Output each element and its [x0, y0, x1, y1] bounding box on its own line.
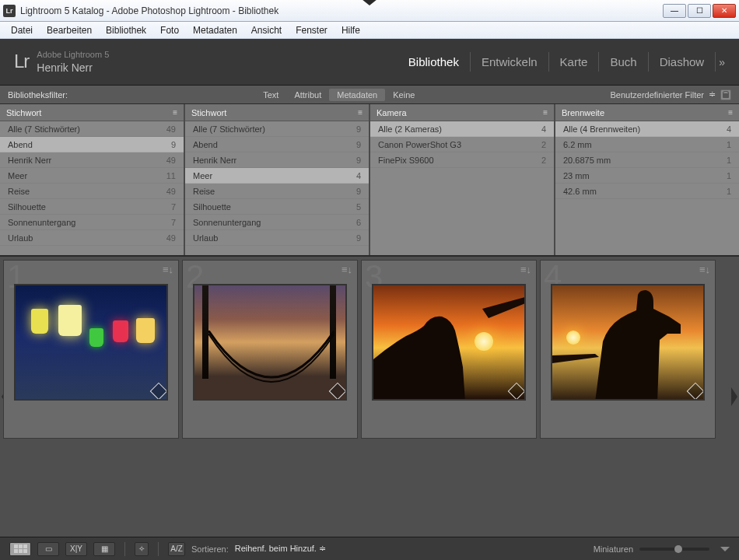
menu-edit[interactable]: Bearbeiten	[40, 23, 98, 37]
filter-row[interactable]: 20.6875 mm1	[555, 152, 739, 168]
menu-file[interactable]: Datei	[5, 23, 39, 37]
filter-row[interactable]: Alle (7 Stichwörter)49	[0, 121, 184, 137]
thumbnail[interactable]	[551, 284, 705, 401]
grid-view: 1 ≡↓ 2 ≡↓ 3 ≡↓	[0, 257, 739, 537]
menu-metadata[interactable]: Metadaten	[187, 23, 243, 37]
filter-row[interactable]: Urlaub9	[185, 230, 369, 246]
filter-row[interactable]: Meer11	[0, 168, 184, 184]
filter-row[interactable]: Urlaub49	[0, 230, 184, 246]
product-name: Adobe Lightroom 5	[37, 49, 109, 60]
filter-row[interactable]: FinePix S96002	[370, 152, 554, 168]
filter-row[interactable]: Reise9	[185, 184, 369, 199]
grid-cell[interactable]: 1 ≡↓	[3, 260, 179, 439]
loupe-view-button[interactable]: ▭	[37, 542, 59, 556]
filter-row[interactable]: 6.2 mm1	[555, 137, 739, 152]
sort-dropdown[interactable]: Reihenf. beim Hinzuf. ≑	[235, 544, 326, 554]
filter-column-header[interactable]: Stichwort≡	[0, 104, 184, 121]
filter-row[interactable]: Silhouette7	[0, 199, 184, 215]
filter-row-label: Urlaub	[8, 233, 33, 243]
filter-row[interactable]: Alle (7 Stichwörter)9	[185, 121, 369, 137]
filter-row[interactable]: Abend9	[0, 137, 184, 152]
column-menu-icon[interactable]: ≡	[358, 108, 362, 117]
module-library[interactable]: Bibliothek	[398, 52, 471, 72]
filter-column: Stichwort≡Alle (7 Stichwörter)9Abend9Hen…	[185, 104, 370, 255]
identity-plate[interactable]: Henrik Nerr	[37, 61, 109, 75]
filter-row-label: Henrik Nerr	[8, 156, 51, 165]
filter-row[interactable]: Sonnenuntergang6	[185, 215, 369, 230]
module-map[interactable]: Karte	[549, 52, 600, 72]
filter-row-count: 11	[166, 171, 176, 180]
menu-window[interactable]: Fenster	[289, 23, 334, 37]
filter-row[interactable]: Sonnenuntergang7	[0, 215, 184, 230]
thumbnail[interactable]	[372, 284, 526, 401]
filter-row[interactable]: Abend9	[185, 137, 369, 152]
menu-help[interactable]: Hilfe	[335, 23, 366, 37]
bottom-toolbar: ▭ X|Y ▦ ✧ A/Z Sortieren: Reihenf. beim H…	[0, 537, 739, 560]
filter-tab-none[interactable]: Keine	[385, 89, 422, 101]
filter-row[interactable]: Henrik Nerr9	[185, 152, 369, 168]
dropdown-arrows-icon: ≑	[709, 89, 716, 100]
filter-row[interactable]: Alle (4 Brennweiten)4	[555, 121, 739, 137]
filter-row-label: Alle (2 Kameras)	[378, 124, 442, 134]
column-menu-icon[interactable]: ≡	[173, 108, 177, 117]
painter-tool-button[interactable]: ✧	[135, 542, 149, 556]
filter-row-count: 7	[171, 202, 176, 212]
module-more-icon[interactable]: »	[716, 56, 725, 68]
filter-column-title: Stichwort	[6, 108, 41, 117]
thumbnail[interactable]	[193, 284, 347, 401]
grid-cell[interactable]: 2 ≡↓	[182, 260, 358, 439]
minimize-button[interactable]: —	[663, 4, 686, 18]
toolbar-menu-icon[interactable]	[720, 547, 730, 551]
filter-row-count: 1	[727, 187, 731, 196]
column-menu-icon[interactable]: ≡	[728, 108, 733, 117]
filter-row[interactable]: Meer4	[185, 168, 369, 184]
filter-row-count: 9	[356, 233, 361, 243]
cell-stack-icon[interactable]: ≡↓	[520, 264, 531, 275]
menu-photo[interactable]: Foto	[154, 23, 185, 37]
menu-library[interactable]: Bibliothek	[100, 23, 152, 37]
filter-lock-icon[interactable]	[720, 89, 731, 100]
filter-column-header[interactable]: Stichwort≡	[185, 104, 369, 121]
filter-row-label: 6.2 mm	[563, 140, 592, 149]
grid-view-button[interactable]	[9, 542, 31, 556]
filter-column-header[interactable]: Brennweite≡	[555, 104, 739, 121]
filter-tab-metadata[interactable]: Metadaten	[329, 89, 385, 101]
filter-row-label: Abend	[193, 140, 218, 149]
filter-row-count: 4	[541, 124, 546, 134]
filter-row-count: 4	[727, 124, 731, 134]
filter-row[interactable]: 23 mm1	[555, 168, 739, 184]
cell-stack-icon[interactable]: ≡↓	[699, 264, 710, 275]
thumbnail[interactable]	[14, 284, 168, 401]
maximize-button[interactable]: ☐	[688, 4, 711, 18]
filter-row-label: Sonnenuntergang	[8, 218, 75, 227]
panel-collapse-right-icon[interactable]	[731, 387, 737, 406]
filter-tab-text[interactable]: Text	[255, 89, 286, 101]
filter-preset-dropdown[interactable]: Benutzerdefinierter Filter	[611, 90, 704, 100]
module-develop[interactable]: Entwickeln	[471, 52, 549, 72]
cell-stack-icon[interactable]: ≡↓	[341, 264, 352, 275]
filter-row-count: 9	[171, 140, 176, 149]
filter-tab-attribute[interactable]: Attribut	[286, 89, 329, 101]
sort-direction-button[interactable]: A/Z	[168, 542, 185, 556]
menu-view[interactable]: Ansicht	[245, 23, 288, 37]
module-slideshow[interactable]: Diashow	[649, 52, 716, 72]
filter-row[interactable]: Henrik Nerr49	[0, 152, 184, 168]
filter-row-label: 42.6 mm	[563, 187, 597, 196]
module-book[interactable]: Buch	[599, 52, 648, 72]
grid-cell[interactable]: 3 ≡↓	[361, 260, 537, 439]
cell-stack-icon[interactable]: ≡↓	[163, 264, 173, 275]
compare-view-button[interactable]: X|Y	[65, 542, 87, 556]
filter-row[interactable]: Silhouette5	[185, 199, 369, 215]
column-menu-icon[interactable]: ≡	[543, 108, 548, 117]
filter-row[interactable]: 42.6 mm1	[555, 184, 739, 199]
close-button[interactable]: ✕	[713, 4, 736, 18]
filter-row[interactable]: Reise49	[0, 184, 184, 199]
filter-row[interactable]: Canon PowerShot G32	[370, 137, 554, 152]
grid-cell[interactable]: 4 ≡↓	[540, 260, 716, 439]
filter-column-header[interactable]: Kamera≡	[370, 104, 554, 121]
thumbnail-size-slider[interactable]	[639, 548, 709, 551]
filter-row[interactable]: Alle (2 Kameras)4	[370, 121, 554, 137]
panel-collapse-top-icon[interactable]	[362, 0, 377, 5]
survey-view-button[interactable]: ▦	[93, 542, 115, 556]
window-title: Lightroom 5 Katalog - Adobe Photoshop Li…	[20, 5, 663, 16]
